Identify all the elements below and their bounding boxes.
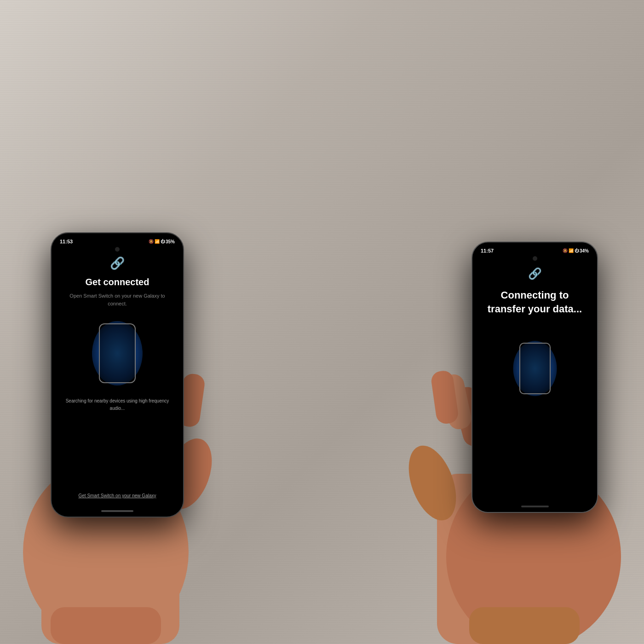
left-status-bar: 11:53 🔕 📶 ⏻ 35% [52, 233, 183, 246]
right-screen-title: Connecting to transfer your data... [472, 288, 597, 316]
left-home-indicator [101, 510, 133, 512]
left-time: 11:53 [60, 239, 73, 244]
right-icons: 🔕 📶 ⏻ 34% [563, 248, 589, 253]
right-time: 11:57 [481, 248, 494, 253]
right-phone-illustration [507, 334, 563, 403]
left-screen-title: Get connected [76, 277, 159, 288]
right-home-indicator [521, 506, 549, 507]
left-bottom-link[interactable]: Get Smart Switch on your new Galaxy [65, 493, 170, 498]
left-link-icon: 🔗 [110, 256, 125, 270]
phone-left: 11:53 🔕 📶 ⏻ 35% 🔗 Get connected Open Sma… [51, 232, 184, 518]
svg-rect-6 [51, 607, 161, 644]
phone-right: 11:57 🔕 📶 ⏻ 34% 🔗 Connecting to transfer… [472, 242, 598, 513]
right-status-bar: 11:57 🔕 📶 ⏻ 34% [472, 242, 597, 255]
left-camera [115, 247, 120, 252]
left-phone-illustration [87, 316, 147, 390]
left-search-text: Searching for nearby devices using high … [52, 397, 183, 412]
right-link-icon: 🔗 [528, 267, 542, 280]
right-camera [533, 256, 537, 261]
left-icons: 🔕 📶 ⏻ 35% [149, 239, 175, 244]
main-scene: 11:53 🔕 📶 ⏻ 35% 🔗 Get connected Open Sma… [0, 0, 644, 644]
svg-rect-13 [469, 607, 580, 644]
left-screen-subtitle: Open Smart Switch on your new Galaxy to … [52, 292, 183, 307]
